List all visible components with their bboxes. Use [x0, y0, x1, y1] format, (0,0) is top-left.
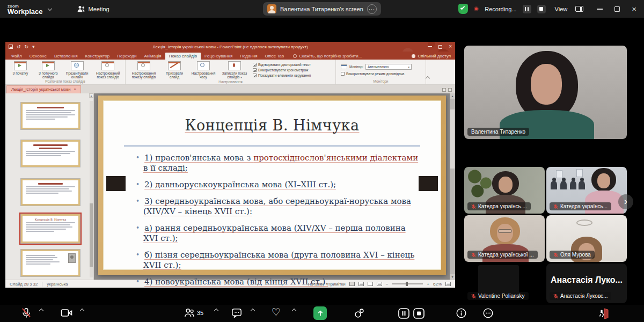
tab-insert[interactable]: Вставлення — [50, 53, 82, 60]
share-document-button[interactable]: Спільний доступ — [407, 54, 455, 60]
redo-icon[interactable]: ↻ — [25, 44, 29, 49]
share-arrow-icon — [317, 310, 324, 317]
info-button[interactable] — [455, 307, 467, 319]
chevron-down-icon[interactable] — [47, 6, 52, 10]
tab-animations[interactable]: Анімація — [140, 53, 165, 60]
video-options-chevron[interactable] — [80, 309, 84, 313]
tab-file[interactable]: Файл — [8, 53, 26, 60]
play-narrations-checkbox[interactable]: Відтворювати дикторський текст — [253, 63, 311, 67]
quick-access-dropdown-icon[interactable]: ▾ — [32, 44, 35, 49]
doc-tab-option-icon[interactable] — [448, 88, 452, 92]
hide-slide-button[interactable]: Приховати слайд — [162, 61, 187, 79]
from-beginning-button[interactable]: З початку — [7, 61, 34, 79]
ppt-restore-button[interactable] — [438, 45, 442, 49]
zoom-percent[interactable]: 62% — [433, 282, 442, 287]
close-button[interactable]: × — [632, 5, 636, 13]
doc-tab-option-icon[interactable] — [442, 88, 446, 92]
zoom-in-icon[interactable]: + — [427, 282, 429, 287]
slide-thumbnail-28-selected[interactable]: 28 Концепція В. Німчука — [20, 214, 80, 244]
audio-options-chevron[interactable] — [39, 309, 43, 313]
slide-sorter-view-icon[interactable] — [358, 282, 364, 286]
apps-button[interactable] — [353, 307, 365, 319]
leave-meeting-button[interactable] — [597, 307, 610, 320]
reactions-button[interactable]: ♡ — [272, 306, 281, 318]
screen-share-pill[interactable]: Валентина Титаренко's screen ··· — [263, 2, 381, 16]
from-current-slide-button[interactable]: З поточного слайда — [35, 61, 62, 79]
tab-design[interactable]: Конструктор — [82, 53, 114, 60]
record-slideshow-button[interactable]: Записати показ слайдів ▾ — [219, 61, 250, 79]
tab-slideshow[interactable]: Показ слайдів — [165, 53, 201, 60]
tab-review[interactable]: Рецензування — [201, 53, 236, 60]
ppt-minimize-button[interactable] — [428, 46, 432, 47]
normal-view-icon[interactable] — [349, 282, 355, 286]
meeting-people-icon — [77, 5, 85, 12]
video-tile-speaker[interactable]: Валентина Титаренко — [464, 46, 627, 139]
video-tile-6-camera-off[interactable]: Анастасія Луко... Анастасія Луковс... — [546, 264, 627, 303]
undo-icon[interactable]: ↺ — [17, 44, 21, 49]
zoom-workplace-menu[interactable]: zoom Workplace — [8, 4, 43, 14]
tab-home[interactable]: Основне — [26, 53, 50, 60]
tab-office-tab[interactable]: Office Tab — [261, 53, 288, 60]
present-online-button[interactable]: Презентувати онлайн — [63, 61, 92, 79]
stop-record-button[interactable] — [412, 307, 426, 320]
chat-chevron[interactable] — [251, 309, 255, 313]
slide-thumbnail-27[interactable]: 27 — [20, 178, 80, 206]
thumbnail-scrollbar[interactable] — [90, 101, 93, 277]
reactions-chevron[interactable] — [292, 309, 296, 313]
document-tab-close-icon[interactable]: × — [74, 87, 76, 92]
fit-slide-icon[interactable] — [445, 282, 451, 286]
setup-slideshow-button[interactable]: Настроювання показу слайдів — [127, 61, 160, 79]
tab-view[interactable]: Подання — [236, 53, 261, 60]
save-icon[interactable] — [9, 45, 13, 49]
tell-me-search[interactable]: Скажіть, що потрібно зробити... — [293, 54, 362, 60]
slide-thumbnail-26[interactable]: 26 — [20, 140, 80, 167]
video-tile-4[interactable]: Оля Мурова — [546, 215, 627, 262]
mute-button[interactable] — [20, 307, 32, 319]
participants-chevron[interactable] — [214, 309, 218, 313]
pause-record-button[interactable] — [397, 307, 411, 320]
presenter-view-checkbox[interactable]: Використовувати режим доповідача — [341, 72, 421, 76]
document-tab[interactable]: Лекція_Історія української мови × — [6, 85, 81, 93]
scroll-up-icon[interactable]: ▴ — [450, 93, 455, 99]
slideshow-view-icon[interactable] — [377, 282, 382, 286]
start-video-button[interactable] — [60, 307, 73, 319]
thumbnail-scroll-up-icon[interactable]: ▴ — [89, 93, 93, 98]
slide-design-block-left — [106, 176, 126, 191]
more-button[interactable] — [482, 307, 494, 319]
use-timings-checkbox[interactable]: Використовувати хронометраж — [253, 68, 311, 72]
meeting-menu[interactable]: Meeting — [77, 5, 109, 12]
custom-slideshow-button[interactable]: Настроюваний показ слайдів — [92, 61, 123, 79]
share-screen-button[interactable] — [313, 306, 327, 320]
mic-muted-icon — [553, 294, 558, 299]
tab-transitions[interactable]: Переходи — [113, 53, 140, 60]
zoom-slider[interactable] — [392, 283, 423, 284]
collapse-ribbon-icon[interactable] — [426, 76, 430, 80]
next-page-button[interactable]: › — [618, 194, 633, 209]
meeting-label: Meeting — [89, 6, 109, 12]
slide-canvas[interactable]: Концепція В. Німчука 1) праслов'янська м… — [98, 96, 446, 275]
video-tile-3[interactable]: Катедра української ... — [464, 215, 545, 262]
reading-view-icon[interactable] — [368, 282, 373, 286]
name-badge: Анастасія Луковс... — [550, 292, 611, 300]
lightbulb-icon — [293, 54, 297, 58]
video-tile-2[interactable]: Катедра українсь... — [546, 167, 627, 214]
participants-button[interactable]: 35 — [184, 307, 203, 318]
scroll-down-icon[interactable]: ▾ — [450, 274, 455, 280]
slide-thumbnail-25[interactable]: 25 — [20, 102, 80, 130]
chat-bubble-icon — [231, 307, 243, 319]
show-media-controls-checkbox[interactable]: Показувати елементи керування — [253, 74, 311, 77]
slide-counter: Слайд 28 з 32 — [10, 282, 38, 287]
monitor-select[interactable]: Автоматично ▾ — [365, 64, 412, 70]
rehearse-timings-button[interactable]: Настроювання часу — [188, 61, 218, 79]
ppt-close-button[interactable]: × — [449, 44, 452, 49]
video-tile-5-camera-off[interactable]: Valentine Poliansky — [464, 264, 545, 303]
record-dropdown-icon[interactable]: ▾ — [240, 76, 242, 79]
share-options-icon[interactable]: ··· — [367, 4, 377, 14]
slide-area-scrollbar[interactable]: ▴ ▾ — [450, 93, 455, 280]
slide-thumbnail-29[interactable]: 29 — [20, 249, 80, 277]
video-tile-1[interactable]: Катедра українсь.... — [464, 167, 545, 214]
ceiling-lamp-decor — [576, 219, 592, 226]
chat-button[interactable] — [231, 307, 243, 319]
participants-video-panel: Валентина Титаренко Катедра українсь....… — [464, 0, 627, 322]
language-indicator[interactable]: українська — [47, 282, 68, 287]
